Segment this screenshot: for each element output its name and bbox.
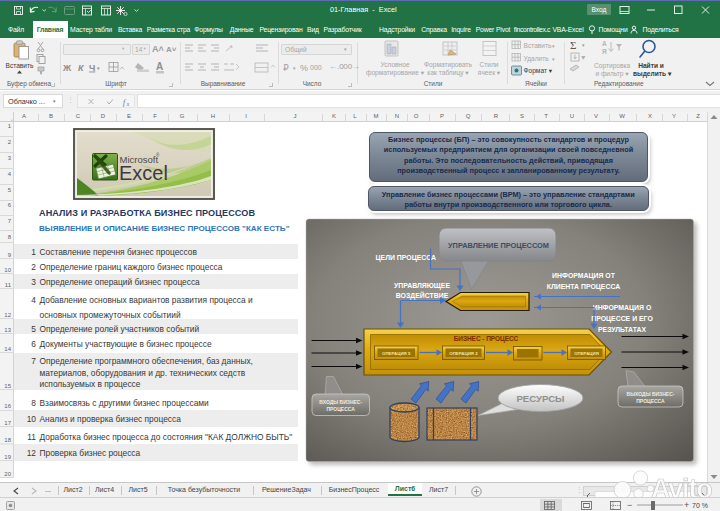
svg-text:ПРОЦЕССЕ И ЕГО: ПРОЦЕССЕ И ЕГО: [591, 315, 653, 323]
svg-text:ВХОДЫ БИЗНЕС-: ВХОДЫ БИЗНЕС-: [319, 399, 362, 405]
svg-text:ОПЕРАЦИЯ: ОПЕРАЦИЯ: [574, 351, 599, 356]
svg-text:УПРАВЛЯЮЩЕЕ: УПРАВЛЯЮЩЕЕ: [394, 282, 451, 290]
svg-text:ВЫХОДЫ БИЗНЕС-: ВЫХОДЫ БИЗНЕС-: [627, 391, 675, 397]
svg-text:ИНФОРМАЦИЯ ОТ: ИНФОРМАЦИЯ ОТ: [552, 272, 616, 280]
svg-text:ОПЕРАЦИЯ 5: ОПЕРАЦИЯ 5: [382, 351, 411, 356]
svg-text:ПРОЦЕССА: ПРОЦЕССА: [636, 398, 665, 404]
svg-text:БИЗНЕС - ПРОЦЕСС: БИЗНЕС - ПРОЦЕСС: [454, 335, 519, 343]
svg-text:Excel: Excel: [119, 162, 168, 184]
svg-text:ПРОЦЕССА: ПРОЦЕССА: [326, 406, 355, 412]
svg-text:КЛИЕНТА ПРОЦЕССА: КЛИЕНТА ПРОЦЕССА: [547, 283, 620, 291]
svg-text:ОПЕРАЦИЯ 2: ОПЕРАЦИЯ 2: [449, 351, 478, 356]
svg-text:РЕСУРСЫ: РЕСУРСЫ: [516, 393, 564, 404]
svg-text:ЦЕЛИ ПРОЦЕССА: ЦЕЛИ ПРОЦЕССА: [376, 254, 437, 262]
svg-text:УПРАВЛЕНИЕ ПРОЦЕССОМ: УПРАВЛЕНИЕ ПРОЦЕССОМ: [448, 241, 549, 250]
svg-text:РЕЗУЛЬТАТАХ: РЕЗУЛЬТАТАХ: [598, 326, 647, 333]
svg-text:ИНФОРМАЦИЯ О: ИНФОРМАЦИЯ О: [593, 304, 652, 312]
